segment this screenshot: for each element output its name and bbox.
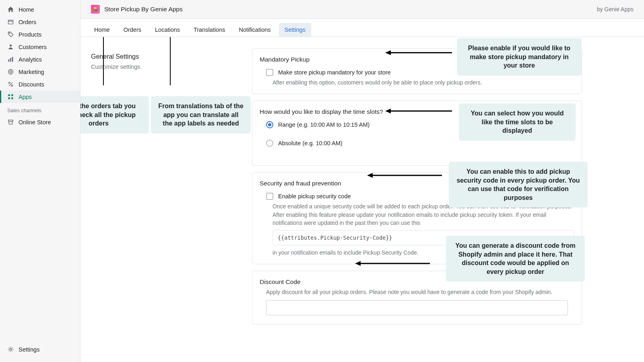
sales-channels-heading: Sales channels — [0, 103, 80, 116]
sidebar-item-label: Analytics — [19, 56, 42, 63]
sidebar-item-settings[interactable]: Settings — [0, 343, 80, 356]
arrow-translations — [170, 37, 171, 85]
products-icon — [7, 31, 14, 38]
app-logo-icon: 📦 — [91, 5, 100, 14]
annotation-timeslots: You can select how you would like the ti… — [459, 103, 576, 141]
sidebar-item-orders[interactable]: Orders — [0, 16, 80, 28]
checkbox-label: Enable pickup security code — [278, 193, 351, 200]
svg-rect-0 — [8, 20, 13, 24]
sidebar-item-online-store[interactable]: Online Store — [0, 116, 80, 128]
arrow-mandatory — [384, 49, 453, 56]
sidebar-item-label: Online Store — [19, 119, 51, 125]
sidebar-item-discounts[interactable]: Discounts — [0, 78, 80, 90]
arrow-orders — [103, 37, 104, 85]
sidebar: Home Orders Products Customers Analytics… — [0, 0, 80, 362]
time-slot-range-radio[interactable] — [266, 121, 273, 128]
analytics-icon — [7, 56, 14, 63]
annotation-security: You can enable this to add pickup securi… — [449, 162, 588, 208]
app-tabs: Home Orders Locations Translations Notif… — [80, 19, 644, 37]
tab-home[interactable]: Home — [89, 23, 116, 37]
mandatory-pickup-checkbox[interactable] — [266, 69, 273, 76]
tab-label: Home — [94, 27, 110, 33]
tab-translations[interactable]: Translations — [188, 23, 231, 37]
svg-rect-13 — [11, 97, 13, 99]
svg-rect-3 — [8, 60, 10, 62]
content-left: General Settings Customize settings — [91, 48, 244, 351]
gear-icon — [7, 346, 14, 353]
tab-label: Orders — [124, 27, 141, 33]
discount-code-input[interactable] — [266, 300, 568, 315]
tab-label: Notifications — [239, 27, 271, 33]
svg-rect-5 — [12, 57, 13, 62]
svg-rect-4 — [10, 58, 11, 62]
store-icon — [7, 119, 14, 125]
radio-label: Absolute (e.g. 10:00 AM) — [278, 140, 343, 146]
annotation-discount: You can generate a discount code from Sh… — [446, 236, 585, 282]
sidebar-item-products[interactable]: Products — [0, 28, 80, 41]
sidebar-item-label: Products — [19, 31, 41, 38]
sidebar-item-marketing[interactable]: Marketing — [0, 66, 80, 78]
svg-point-6 — [8, 70, 13, 74]
svg-marker-20 — [367, 173, 373, 178]
orders-icon — [7, 19, 14, 25]
sidebar-item-label: Settings — [19, 346, 39, 353]
svg-point-14 — [10, 348, 12, 350]
main: 📦 Store Pickup By Genie Apps by Genie Ap… — [80, 0, 644, 362]
sidebar-item-customers[interactable]: Customers — [0, 41, 80, 53]
checkbox-label: Make store pickup mandatory for your sto… — [278, 69, 391, 76]
svg-marker-16 — [385, 50, 391, 55]
sidebar-item-label: Discounts — [19, 81, 44, 88]
app-by: by Genie Apps — [597, 6, 634, 12]
annotation-translations: From translations tab of the app you can… — [151, 96, 251, 134]
sidebar-item-label: Orders — [19, 19, 36, 25]
help-text: Apply discount for all your pickup order… — [266, 289, 574, 295]
sidebar-item-label: Apps — [19, 94, 32, 100]
svg-point-8 — [8, 82, 10, 83]
help-text: After enabling this option, customers wo… — [272, 78, 574, 86]
tab-notifications[interactable]: Notifications — [233, 23, 277, 37]
tab-settings[interactable]: Settings — [279, 23, 311, 37]
customers-icon — [7, 43, 14, 50]
tab-locations[interactable]: Locations — [149, 23, 186, 37]
sidebar-item-analytics[interactable]: Analytics — [0, 53, 80, 66]
marketing-icon — [7, 68, 14, 75]
tab-label: Translations — [194, 27, 225, 33]
general-settings-title: General Settings — [91, 48, 244, 60]
content: General Settings Customize settings Mand… — [80, 37, 644, 362]
svg-point-1 — [9, 33, 10, 34]
annotation-mandatory: Please enable if you would like to make … — [457, 38, 582, 76]
discounts-icon — [7, 81, 14, 88]
arrow-discount — [354, 260, 431, 267]
home-icon — [7, 6, 14, 13]
tab-label: Settings — [285, 27, 305, 33]
svg-marker-18 — [385, 109, 391, 113]
arrow-timeslots — [384, 107, 453, 115]
radio-label: Range (e.g. 10:00 AM to 10:15 AM) — [278, 121, 369, 128]
svg-marker-22 — [355, 261, 361, 266]
annotation-orders: From the orders tab you can check all th… — [80, 96, 149, 134]
apps-icon — [7, 93, 14, 100]
svg-rect-12 — [8, 97, 10, 99]
tab-label: Locations — [155, 27, 180, 33]
security-code-checkbox[interactable] — [266, 193, 273, 200]
svg-rect-10 — [8, 95, 10, 96]
sidebar-item-label: Customers — [19, 44, 47, 50]
svg-point-9 — [11, 85, 12, 86]
svg-rect-11 — [11, 95, 13, 96]
sidebar-item-home[interactable]: Home — [0, 3, 80, 16]
sidebar-item-label: Marketing — [19, 69, 44, 75]
arrow-security — [366, 172, 443, 179]
time-slot-absolute-radio[interactable] — [266, 140, 273, 147]
sidebar-item-apps[interactable]: Apps — [0, 90, 80, 103]
svg-point-2 — [10, 45, 12, 47]
app-header: 📦 Store Pickup By Genie Apps by Genie Ap… — [80, 0, 644, 19]
svg-point-7 — [10, 71, 12, 73]
sidebar-item-label: Home — [19, 6, 34, 13]
tab-orders[interactable]: Orders — [118, 23, 147, 37]
app-title: Store Pickup By Genie Apps — [104, 6, 183, 13]
general-settings-sub: Customize settings — [91, 64, 244, 70]
